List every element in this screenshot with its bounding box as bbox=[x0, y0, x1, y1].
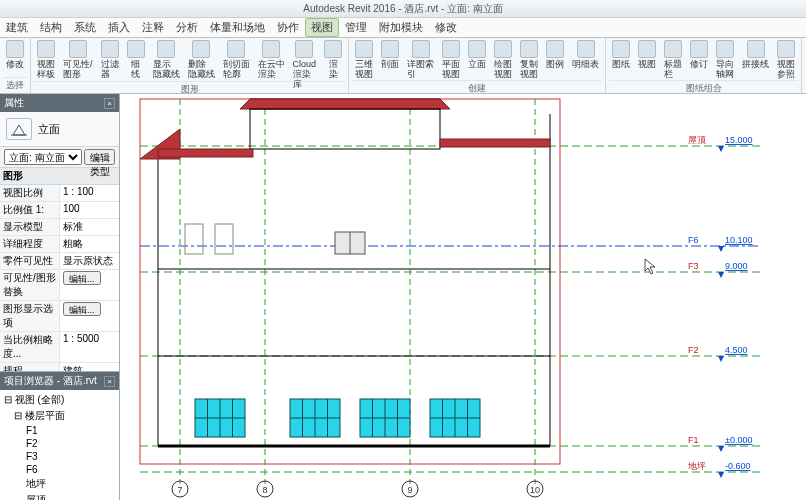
ribbon-删除隐藏线[interactable]: 删除隐藏线 bbox=[185, 39, 218, 80]
tool-icon bbox=[324, 40, 342, 58]
browser-header: 项目浏览器 - 酒店.rvt × bbox=[0, 372, 119, 390]
tree-node[interactable]: F1 bbox=[4, 424, 115, 437]
ribbon-剖面[interactable]: 剖面 bbox=[378, 39, 402, 70]
ribbon-可见性/图形[interactable]: 可见性/图形 bbox=[60, 39, 96, 80]
prop-value[interactable]: 显示原状态 bbox=[60, 253, 119, 269]
tool-icon bbox=[227, 40, 245, 58]
tool-icon bbox=[69, 40, 87, 58]
close-icon[interactable]: × bbox=[104, 98, 115, 109]
ribbon-tabs: 建筑结构系统插入注释分析体量和场地协作视图管理附加模块修改 bbox=[0, 18, 806, 38]
edit-button[interactable]: 编辑... bbox=[63, 271, 101, 285]
tab-建筑[interactable]: 建筑 bbox=[0, 18, 34, 37]
tool-icon bbox=[412, 40, 430, 58]
prop-value[interactable]: 编辑... bbox=[60, 301, 119, 331]
ribbon-在云中渲染[interactable]: 在云中渲染 bbox=[255, 39, 288, 80]
svg-text:F3: F3 bbox=[688, 261, 699, 271]
ribbon-导向轴网[interactable]: 导向轴网 bbox=[713, 39, 737, 80]
prop-label: 详细程度 bbox=[0, 236, 60, 252]
elevation-icon bbox=[6, 118, 32, 140]
type-selector[interactable]: 立面: 南立面 bbox=[4, 149, 82, 165]
prop-value[interactable] bbox=[60, 185, 119, 201]
prop-value[interactable]: 标准 bbox=[60, 219, 119, 235]
ribbon-渲染[interactable]: 渲染 bbox=[321, 39, 345, 80]
prop-value[interactable]: 粗略 bbox=[60, 236, 119, 252]
tab-协作[interactable]: 协作 bbox=[271, 18, 305, 37]
tab-管理[interactable]: 管理 bbox=[339, 18, 373, 37]
ribbon-立面[interactable]: 立面 bbox=[465, 39, 489, 70]
tool-icon bbox=[37, 40, 55, 58]
edit-type-button[interactable]: 编辑类型 bbox=[84, 149, 115, 165]
tab-视图[interactable]: 视图 bbox=[305, 18, 339, 37]
tab-体量和场地[interactable]: 体量和场地 bbox=[204, 18, 271, 37]
tab-分析[interactable]: 分析 bbox=[170, 18, 204, 37]
svg-text:10.100: 10.100 bbox=[725, 235, 753, 245]
ribbon-视图样板[interactable]: 视图样板 bbox=[34, 39, 58, 80]
tool-icon bbox=[6, 40, 24, 58]
tab-附加模块[interactable]: 附加模块 bbox=[373, 18, 429, 37]
svg-rect-41 bbox=[250, 109, 440, 149]
ribbon-过滤器[interactable]: 过滤器 bbox=[98, 39, 122, 80]
view-family: 立面 bbox=[38, 122, 60, 137]
svg-text:8: 8 bbox=[262, 485, 267, 495]
app-title: Autodesk Revit 2016 - 酒店.rvt - 立面: 南立面 bbox=[303, 2, 503, 16]
tree-node[interactable]: 屋顶 bbox=[4, 492, 115, 500]
ribbon-绘图视图[interactable]: 绘图视图 bbox=[491, 39, 515, 80]
tab-系统[interactable]: 系统 bbox=[68, 18, 102, 37]
ribbon-剖切面轮廓[interactable]: 剖切面轮廓 bbox=[220, 39, 253, 80]
prop-value[interactable]: 建筑 bbox=[60, 363, 119, 372]
ribbon-复制视图[interactable]: 复制视图 bbox=[517, 39, 541, 80]
svg-text:F6: F6 bbox=[688, 235, 699, 245]
ribbon-三维视图[interactable]: 三维视图 bbox=[352, 39, 376, 80]
ribbon-拼接线[interactable]: 拼接线 bbox=[739, 39, 772, 70]
ribbon-平面视图[interactable]: 平面视图 bbox=[439, 39, 463, 80]
ribbon-明细表[interactable]: 明细表 bbox=[569, 39, 602, 70]
ribbon-视图[interactable]: 视图 bbox=[635, 39, 659, 70]
svg-text:F2: F2 bbox=[688, 345, 699, 355]
prop-label: 视图比例 bbox=[0, 185, 60, 201]
project-browser: ⊟ 视图 (全部)⊟ 楼层平面F1F2F3F6地坪屋顶⊟ 三维视图{3D}(三维… bbox=[0, 390, 119, 500]
tool-icon bbox=[101, 40, 119, 58]
ribbon-标题栏[interactable]: 标题栏 bbox=[661, 39, 685, 80]
ribbon-修改[interactable]: 修改 bbox=[3, 39, 27, 70]
tree-node[interactable]: 地坪 bbox=[4, 476, 115, 492]
tree-node[interactable]: F6 bbox=[4, 463, 115, 476]
tool-icon bbox=[638, 40, 656, 58]
tool-icon bbox=[355, 40, 373, 58]
tab-插入[interactable]: 插入 bbox=[102, 18, 136, 37]
ribbon-修订[interactable]: 修订 bbox=[687, 39, 711, 70]
ribbon-图例[interactable]: 图例 bbox=[543, 39, 567, 70]
ribbon-图纸[interactable]: 图纸 bbox=[609, 39, 633, 70]
tree-node[interactable]: ⊟ 视图 (全部) bbox=[4, 392, 115, 408]
tool-icon bbox=[777, 40, 795, 58]
edit-button[interactable]: 编辑... bbox=[63, 302, 101, 316]
tab-修改[interactable]: 修改 bbox=[429, 18, 463, 37]
ribbon-显示隐藏线[interactable]: 显示隐藏线 bbox=[150, 39, 183, 80]
tab-结构[interactable]: 结构 bbox=[34, 18, 68, 37]
tool-icon bbox=[442, 40, 460, 58]
prop-input[interactable] bbox=[63, 186, 116, 197]
ribbon-细线[interactable]: 细线 bbox=[124, 39, 148, 80]
prop-value[interactable]: 100 bbox=[60, 202, 119, 218]
ribbon-视图参照[interactable]: 视图参照 bbox=[774, 39, 798, 80]
svg-text:9: 9 bbox=[407, 485, 412, 495]
tool-icon bbox=[262, 40, 280, 58]
svg-text:±0.000: ±0.000 bbox=[725, 435, 752, 445]
drawing-canvas[interactable]: 78910屋顶15.000F610.100F39.000F24.500F1±0.… bbox=[120, 94, 806, 500]
prop-label: 当比例粗略度... bbox=[0, 332, 60, 362]
tool-icon bbox=[381, 40, 399, 58]
prop-value[interactable]: 编辑... bbox=[60, 270, 119, 300]
prop-label: 可见性/图形替换 bbox=[0, 270, 60, 300]
tool-icon bbox=[157, 40, 175, 58]
properties-header: 属性 × bbox=[0, 94, 119, 112]
svg-text:4.500: 4.500 bbox=[725, 345, 748, 355]
prop-value[interactable]: 1 : 5000 bbox=[60, 332, 119, 362]
tree-node[interactable]: F2 bbox=[4, 437, 115, 450]
properties-panel: 立面 立面: 南立面 编辑类型 图形视图比例比例值 1:100显示模型标准详细程… bbox=[0, 112, 119, 372]
title-bar: Autodesk Revit 2016 - 酒店.rvt - 立面: 南立面 bbox=[0, 0, 806, 18]
tab-注释[interactable]: 注释 bbox=[136, 18, 170, 37]
tool-icon bbox=[577, 40, 595, 58]
tree-node[interactable]: F3 bbox=[4, 450, 115, 463]
ribbon-详图索引[interactable]: 详图索引 bbox=[404, 39, 437, 80]
close-icon[interactable]: × bbox=[104, 376, 115, 387]
tree-node[interactable]: ⊟ 楼层平面 bbox=[4, 408, 115, 424]
